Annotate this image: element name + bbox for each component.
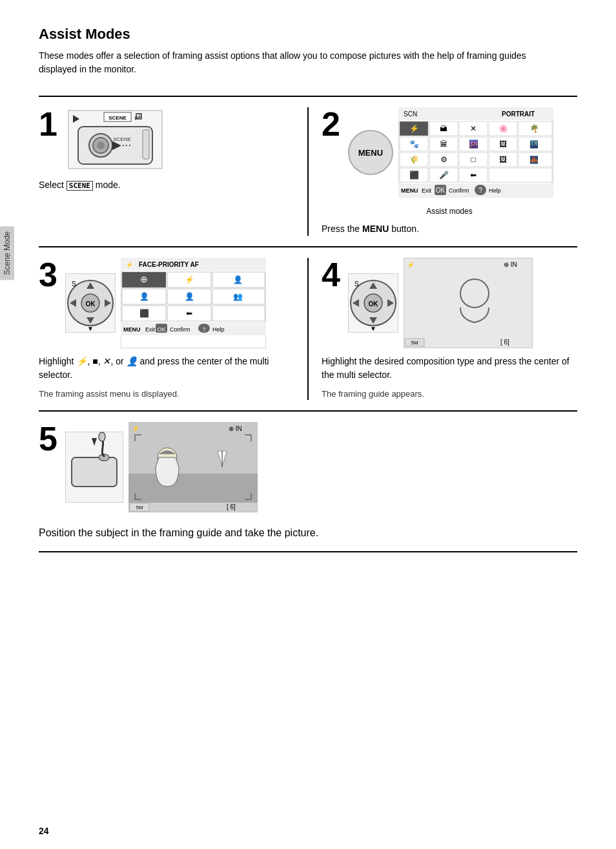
step1-images: SCENE SCENE ▶···	[65, 107, 165, 172]
svg-text:?: ?	[202, 326, 205, 333]
svg-text:⚡: ⚡	[184, 275, 194, 284]
svg-text:⊕ IN: ⊕ IN	[504, 261, 517, 268]
svg-text:OK: OK	[436, 187, 446, 194]
svg-text:⬅: ⬅	[186, 309, 192, 318]
svg-point-11	[97, 142, 105, 149]
step2-description: Press the MENU button.	[322, 222, 577, 236]
step-row-2: 3 OK	[39, 246, 577, 410]
step3-images: OK S ▼	[65, 258, 266, 348]
svg-text:OK: OK	[85, 300, 96, 308]
step3-content: 3 OK	[39, 258, 294, 348]
svg-text:MENU: MENU	[123, 326, 141, 333]
svg-text:👤: 👤	[184, 291, 194, 301]
svg-text:👤: 👤	[232, 275, 242, 284]
svg-text:SCN: SCN	[404, 110, 417, 118]
svg-text:⚙: ⚙	[440, 155, 447, 164]
step4-sub: The framing guide appears.	[322, 388, 577, 400]
step5-hand-diagram	[65, 432, 123, 503]
svg-text:🌃: 🌃	[529, 140, 539, 149]
step1-number: 1	[39, 107, 57, 141]
step4-frame-diagram: ⚡ ⊕ IN 5M [ 6]	[404, 258, 533, 348]
step-col-1: 1 SCENE	[39, 107, 294, 236]
svg-text:S: S	[354, 280, 359, 288]
svg-text:⬛: ⬛	[139, 308, 149, 318]
svg-text:🐾: 🐾	[409, 139, 418, 149]
or-text: or	[116, 356, 123, 366]
svg-text:🖼: 🖼	[499, 140, 507, 149]
svg-point-125	[99, 432, 105, 441]
step5-description: Position the subject in the framing guid…	[39, 525, 577, 541]
svg-rect-129	[128, 474, 258, 503]
step5-number: 5	[39, 422, 57, 456]
svg-text:🌴: 🌴	[529, 123, 539, 133]
step2-content: 2 MENU SCN PORTRAIT ⚡	[322, 107, 577, 198]
svg-text:MENU: MENU	[401, 187, 418, 194]
step-col-3: 3 OK	[39, 258, 294, 400]
step4-images: OK S ▼ ⚡ ⊕ IN	[348, 258, 533, 348]
step1-diagram: SCENE SCENE ▶···	[65, 107, 165, 172]
svg-text:Confirm: Confirm	[449, 187, 469, 194]
intro-text: These modes offer a selection of framing…	[39, 49, 555, 76]
step3-number: 3	[39, 258, 57, 291]
svg-text:?: ?	[478, 187, 482, 194]
col-divider-1	[307, 107, 309, 236]
step2-grid-diagram: SCN PORTRAIT ⚡ 🏔 ✕ 🌸 🌴	[398, 107, 553, 198]
svg-text:🎤: 🎤	[438, 170, 448, 180]
svg-rect-115	[404, 258, 533, 348]
steps-container: 1 SCENE	[39, 96, 577, 552]
step2-images: MENU SCN PORTRAIT ⚡ 🏔	[348, 107, 553, 198]
svg-text:⬛: ⬛	[409, 170, 418, 180]
svg-text:▼: ▼	[87, 325, 94, 332]
step5-content: 5	[39, 422, 577, 512]
svg-text:👥: 👥	[232, 291, 242, 301]
svg-text:Exit: Exit	[145, 326, 156, 333]
svg-text:⚡: ⚡	[409, 123, 418, 133]
svg-text:Confirm: Confirm	[170, 326, 190, 333]
svg-text:▼: ▼	[370, 325, 376, 332]
step3-nav-diagram: OK S ▼	[65, 273, 116, 333]
svg-text:SCENE: SCENE	[108, 115, 127, 121]
svg-text:🌉: 🌉	[529, 155, 539, 164]
svg-text:⚡: ⚡	[407, 260, 415, 269]
step4-content: 4 OK S ▼	[322, 258, 577, 348]
step3-description: Highlight ⚡, ■, ✕, or 👤 and press the ce…	[39, 355, 294, 382]
step1-description: Select SCENE mode.	[39, 178, 294, 192]
menu-button-diagram: MENU	[348, 130, 393, 175]
svg-text:Help: Help	[212, 326, 225, 333]
side-label: Scene Mode	[0, 226, 14, 280]
svg-text:⬅: ⬅	[470, 171, 477, 180]
step-col-2: 2 MENU SCN PORTRAIT ⚡	[322, 107, 577, 236]
step3-sub: The framing assist menu is displayed.	[39, 388, 294, 400]
svg-text:▶···: ▶···	[112, 138, 131, 151]
svg-rect-96	[121, 322, 266, 335]
svg-text:👤: 👤	[139, 291, 149, 301]
svg-text:🌆: 🌆	[468, 139, 478, 149]
page-number: 24	[39, 826, 49, 836]
svg-text:OK: OK	[368, 300, 378, 308]
step5-photo-diagram: ⚡ ⊕ IN	[128, 422, 258, 512]
svg-text:🌾: 🌾	[409, 154, 418, 164]
svg-text:⊕: ⊕	[140, 274, 148, 284]
svg-rect-55	[489, 168, 552, 182]
svg-text:Help: Help	[489, 187, 501, 194]
step-row-3: 5	[39, 410, 577, 552]
step-col-4: 4 OK S ▼	[322, 258, 577, 400]
step4-number: 4	[322, 258, 340, 291]
svg-text:5M: 5M	[411, 340, 418, 346]
step3-menu-diagram: ⚡ FACE-PRIORITY AF ⊕ ⚡ 👤 👤 👤	[121, 258, 266, 348]
step-col-5: 5	[39, 422, 577, 541]
svg-text:🏛: 🏛	[440, 140, 447, 149]
step2-number: 2	[322, 107, 340, 141]
svg-text:□: □	[471, 155, 475, 164]
col-divider-2	[307, 258, 309, 400]
svg-text:🌸: 🌸	[498, 123, 508, 133]
svg-text:PORTRAIT: PORTRAIT	[502, 110, 535, 118]
svg-text:FACE-PRIORITY AF: FACE-PRIORITY AF	[139, 261, 199, 268]
step-row-1: 1 SCENE	[39, 96, 577, 246]
svg-text:⊕ IN: ⊕ IN	[229, 425, 242, 432]
svg-text:[ 6]: [ 6]	[227, 503, 236, 510]
step4-description: Highlight the desired composition type a…	[322, 355, 577, 382]
step1-content: 1 SCENE	[39, 107, 294, 172]
svg-text:[ 6]: [ 6]	[500, 339, 509, 346]
svg-text:⚡: ⚡	[132, 424, 140, 433]
